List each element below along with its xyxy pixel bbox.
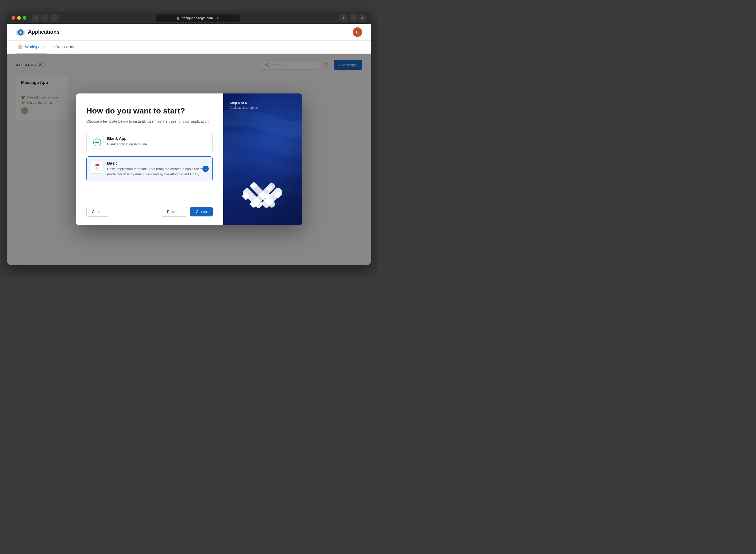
new-tab-icon[interactable]: + [350, 14, 357, 21]
app-title: Applications [28, 29, 59, 35]
browser-window: ⊟ ‹ › 🔒 designer.altogic.com ↻ ⬆ + ⊞ [7, 12, 371, 265]
svg-rect-10 [96, 166, 99, 166]
workspace-icon: 🏠 [18, 44, 23, 49]
modal-footer: Cancel Previous Create [86, 207, 213, 217]
blank-app-name: Blank App [107, 136, 208, 141]
svg-point-8 [96, 142, 98, 144]
previous-button[interactable]: Previous [162, 207, 187, 217]
cancel-button[interactable]: Cancel [86, 207, 109, 217]
modal-left-panel: How do you want to start? Choose a templ… [76, 94, 223, 225]
modal-backdrop: How do you want to start? Choose a templ… [7, 54, 371, 265]
traffic-lights [12, 16, 26, 20]
basic-app-name: Basic [107, 161, 208, 165]
tab-overview-icon[interactable]: ⊞ [359, 14, 366, 21]
browser-titlebar: ⊟ ‹ › 🔒 designer.altogic.com ↻ ⬆ + ⊞ [7, 12, 371, 24]
svg-rect-11 [96, 167, 99, 167]
altogic-logo-icon [16, 27, 25, 37]
tab-repository[interactable]: □ Repository [49, 41, 76, 53]
template-selected-check: ✓ [202, 166, 209, 172]
close-button[interactable] [12, 16, 15, 20]
blank-app-icon [91, 136, 104, 149]
create-button[interactable]: Create [190, 207, 213, 216]
blank-app-desc: Blank application template. [107, 142, 208, 147]
modal-title: How do you want to start? [86, 106, 213, 116]
blank-app-info: Blank App Blank application template. [107, 136, 208, 147]
top-nav: Applications E [7, 24, 371, 41]
refresh-icon[interactable]: ↻ [217, 16, 220, 20]
modal-subtitle: Choose a template below to instantly use… [86, 119, 213, 124]
user-avatar[interactable]: E [353, 27, 362, 37]
basic-app-icon [91, 161, 104, 173]
browser-actions: ⬆ + ⊞ [340, 14, 366, 21]
app-content: Applications E 🏠 Workspace □ Repository … [7, 24, 371, 265]
template-option-basic[interactable]: Basic Basic application template. This t… [86, 156, 213, 181]
step-label: Step 5 of 5 [230, 101, 296, 105]
sidebar-toggle[interactable]: ⊟ [32, 14, 39, 21]
modal-dialog: How do you want to start? Choose a templ… [76, 94, 302, 225]
step-subtitle: Application template [230, 106, 296, 110]
tools-icon [242, 174, 284, 217]
template-option-blank[interactable]: Blank App Blank application template. [86, 132, 213, 153]
svg-rect-12 [96, 167, 98, 168]
tab-workspace[interactable]: 🏠 Workspace [16, 41, 47, 53]
lock-icon: 🔒 [176, 16, 180, 20]
back-button[interactable]: ‹ [41, 14, 48, 21]
address-bar-container: 🔒 designer.altogic.com ↻ [61, 14, 335, 21]
svg-rect-13 [96, 168, 98, 169]
url-text: designer.altogic.com [182, 16, 213, 20]
svg-point-14 [96, 164, 98, 165]
app-logo: Applications [16, 27, 59, 37]
basic-app-info: Basic Basic application template. This t… [107, 161, 208, 177]
modal-right-panel: Step 5 of 5 Application template [223, 94, 302, 225]
tabs-bar: 🏠 Workspace □ Repository [7, 41, 371, 54]
address-bar[interactable]: 🔒 designer.altogic.com ↻ [156, 14, 240, 21]
browser-controls: ⊟ ‹ › [32, 14, 58, 21]
minimize-button[interactable] [17, 16, 21, 20]
forward-button[interactable]: › [51, 14, 58, 21]
maximize-button[interactable] [23, 16, 26, 20]
main-area: ALL APPS (2) 🔍 Search... ⋮ + New app Mes… [7, 54, 371, 265]
repository-icon: □ [51, 45, 53, 49]
share-icon[interactable]: ⬆ [340, 14, 347, 21]
basic-app-desc: Basic application template. This templat… [107, 166, 208, 177]
